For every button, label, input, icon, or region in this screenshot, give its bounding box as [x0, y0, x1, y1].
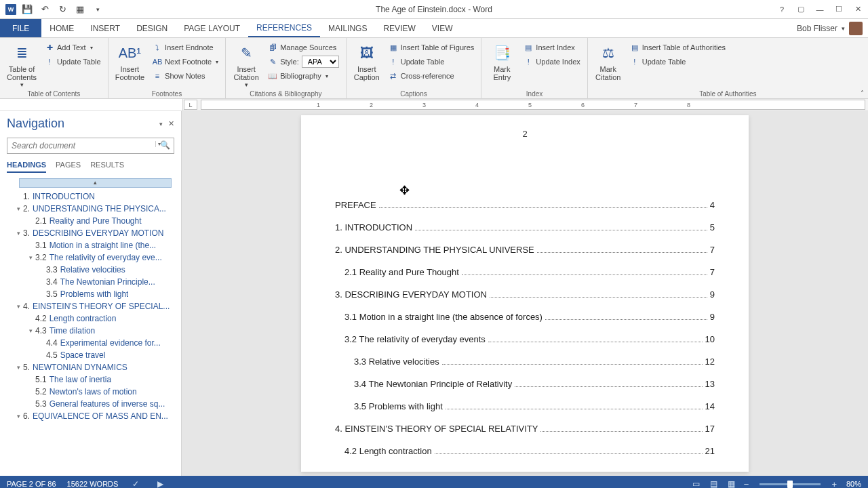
- nav-heading-item[interactable]: ▾3.DESCRIBING EVERYDAY MOTION: [0, 227, 178, 239]
- nav-tab-pages[interactable]: PAGES: [56, 161, 81, 173]
- tab-file[interactable]: FILE: [0, 19, 41, 37]
- web-layout-icon[interactable]: ▦: [725, 479, 738, 488]
- expand-icon[interactable]: ▾: [26, 254, 35, 261]
- expand-icon[interactable]: ▾: [14, 413, 23, 420]
- save-icon[interactable]: 💾: [22, 4, 33, 15]
- nav-heading-item[interactable]: 5.1The law of inertia: [0, 373, 178, 386]
- nav-heading-item[interactable]: 4.4Experimental evidence for...: [0, 337, 178, 349]
- nav-jump-bar[interactable]: ▴: [19, 178, 172, 188]
- search-input[interactable]: [7, 138, 174, 154]
- redo-icon[interactable]: ↻: [57, 4, 68, 15]
- nav-heading-item[interactable]: 2.1Reality and Pure Thought: [0, 215, 178, 227]
- maximize-icon[interactable]: ☐: [834, 5, 844, 14]
- toc-entry[interactable]: 2. UNDERSTANDING THE PHYSICAL UNIVERSE7: [335, 245, 715, 255]
- help-icon[interactable]: ?: [777, 5, 787, 14]
- table-of-contents-button[interactable]: ≣ Table of Contents ▾: [4, 41, 39, 89]
- qat-dropdown-icon[interactable]: ▾: [92, 4, 103, 15]
- status-page[interactable]: PAGE 2 OF 86: [7, 480, 56, 488]
- update-index-button[interactable]: !Update Index: [521, 55, 583, 68]
- toc-entry[interactable]: 1. INTRODUCTION5: [335, 222, 715, 232]
- close-icon[interactable]: ✕: [853, 5, 863, 14]
- mark-entry-button[interactable]: 📑 Mark Entry: [486, 41, 518, 83]
- expand-icon[interactable]: ▾: [14, 205, 23, 212]
- toc-entry[interactable]: 4.2 Length contraction21: [335, 446, 715, 456]
- expand-icon[interactable]: ▾: [14, 230, 23, 237]
- nav-heading-item[interactable]: ▾6.EQUIVALENCE OF MASS AND EN...: [0, 410, 178, 422]
- insert-footnote-button[interactable]: AB¹ Insert Footnote: [113, 41, 147, 83]
- read-mode-icon[interactable]: ▭: [690, 479, 703, 488]
- nav-heading-item[interactable]: 5.3General features of inverse sq...: [0, 398, 178, 410]
- zoom-in-button[interactable]: +: [830, 479, 838, 489]
- spellcheck-icon[interactable]: ✓: [129, 479, 142, 488]
- expand-icon[interactable]: ▾: [14, 364, 23, 371]
- toc-entry[interactable]: 2.1 Reality and Pure Thought7: [335, 267, 715, 277]
- macro-icon[interactable]: ▶: [153, 479, 167, 488]
- tab-view[interactable]: VIEW: [424, 19, 461, 37]
- update-toc-button[interactable]: !Update Table: [42, 55, 104, 68]
- add-text-button[interactable]: ✚Add Text▾: [42, 41, 104, 54]
- manage-sources-button[interactable]: 🗐Manage Sources: [265, 41, 342, 54]
- citation-style-select[interactable]: ✎Style: APA: [265, 55, 342, 68]
- ribbon-options-icon[interactable]: ▢: [796, 5, 806, 14]
- toc-entry[interactable]: 3.5 Problems with light14: [335, 401, 715, 411]
- horizontal-ruler[interactable]: 12345678: [201, 100, 865, 110]
- zoom-out-button[interactable]: −: [743, 479, 751, 489]
- tab-selector[interactable]: L: [184, 100, 197, 110]
- tab-review[interactable]: REVIEW: [375, 19, 423, 37]
- expand-icon[interactable]: ▾: [26, 327, 35, 334]
- mark-citation-button[interactable]: ⚖ Mark Citation: [592, 41, 625, 83]
- nav-tab-headings[interactable]: HEADINGS: [7, 161, 46, 173]
- nav-heading-item[interactable]: 3.5Problems with light: [0, 288, 178, 300]
- toc-entry[interactable]: 3. DESCRIBING EVERYDAY MOTION9: [335, 289, 715, 300]
- status-words[interactable]: 15622 WORDS: [67, 480, 119, 488]
- tab-references[interactable]: REFERENCES: [248, 19, 320, 37]
- nav-heading-item[interactable]: 5.2Newton's laws of motion: [0, 386, 178, 398]
- toc-entry[interactable]: PREFACE4: [335, 200, 715, 210]
- nav-heading-item[interactable]: ▾5.NEWTONIAN DYNAMICS: [0, 361, 178, 373]
- update-authorities-button[interactable]: !Update Table: [627, 55, 728, 68]
- undo-icon[interactable]: ↶: [39, 4, 50, 15]
- nav-close-icon[interactable]: ✕: [168, 119, 174, 128]
- nav-heading-item[interactable]: 1.INTRODUCTION: [0, 190, 178, 203]
- update-captions-button[interactable]: !Update Table: [386, 55, 477, 68]
- tab-home[interactable]: HOME: [41, 19, 82, 37]
- collapse-ribbon-icon[interactable]: ˄: [861, 89, 864, 97]
- zoom-level[interactable]: 80%: [846, 480, 861, 488]
- nav-heading-item[interactable]: 4.2Length contraction: [0, 312, 178, 325]
- tab-mailings[interactable]: MAILINGS: [320, 19, 375, 37]
- bibliography-button[interactable]: 📖Bibliography▾: [265, 69, 342, 83]
- nav-heading-item[interactable]: ▾4.EINSTEIN'S THEORY OF SPECIAL...: [0, 300, 178, 312]
- style-dropdown[interactable]: APA: [302, 56, 339, 68]
- insert-endnote-button[interactable]: ⤵Insert Endnote: [150, 41, 221, 54]
- minimize-icon[interactable]: —: [815, 5, 825, 14]
- nav-options-icon[interactable]: ▾: [159, 121, 163, 127]
- tab-insert[interactable]: INSERT: [82, 19, 128, 37]
- insert-caption-button[interactable]: 🖼 Insert Caption: [351, 41, 383, 83]
- nav-heading-item[interactable]: ▾4.3Time dilation: [0, 325, 178, 337]
- toc-entry[interactable]: 4. EINSTEIN'S THEORY OF SPECIAL RELATIVI…: [335, 424, 715, 434]
- document-area[interactable]: 2 PREFACE41. INTRODUCTION52. UNDERSTANDI…: [182, 111, 868, 476]
- toc-entry[interactable]: 3.2 The relativity of everyday events10: [335, 334, 715, 344]
- nav-heading-item[interactable]: 4.5Space travel: [0, 349, 178, 361]
- insert-index-button[interactable]: ▤Insert Index: [521, 41, 583, 54]
- print-layout-icon[interactable]: ▤: [707, 479, 721, 488]
- nav-heading-item[interactable]: 3.4The Newtonian Principle...: [0, 276, 178, 288]
- next-footnote-button[interactable]: ABNext Footnote▾: [150, 55, 221, 68]
- tab-design[interactable]: DESIGN: [128, 19, 176, 37]
- zoom-slider[interactable]: [760, 483, 821, 485]
- toc-entry[interactable]: 3.3 Relative velocities12: [335, 357, 715, 367]
- cross-reference-button[interactable]: ⇄Cross-reference: [386, 69, 477, 83]
- nav-heading-item[interactable]: 3.1Motion in a straight line (the...: [0, 239, 178, 251]
- insert-citation-button[interactable]: ✎ Insert Citation ▾: [230, 41, 262, 89]
- toc-entry[interactable]: 3.1 Motion in a straight line (the absen…: [335, 312, 715, 322]
- nav-heading-item[interactable]: ▾2.UNDERSTANDING THE PHYSICA...: [0, 203, 178, 215]
- show-notes-button[interactable]: ≡Show Notes: [150, 69, 221, 83]
- search-icon[interactable]: 🔍: [160, 140, 170, 150]
- nav-heading-item[interactable]: ▾3.2The relativity of everyday eve...: [0, 251, 178, 264]
- toc-entry[interactable]: 3.4 The Newtonian Principle of Relativit…: [335, 379, 715, 389]
- nav-tab-results[interactable]: RESULTS: [90, 161, 124, 173]
- tab-page-layout[interactable]: PAGE LAYOUT: [176, 19, 248, 37]
- nav-heading-item[interactable]: 3.3Relative velocities: [0, 264, 178, 276]
- touch-mode-icon[interactable]: ▦: [75, 4, 85, 15]
- expand-icon[interactable]: ▾: [14, 303, 23, 310]
